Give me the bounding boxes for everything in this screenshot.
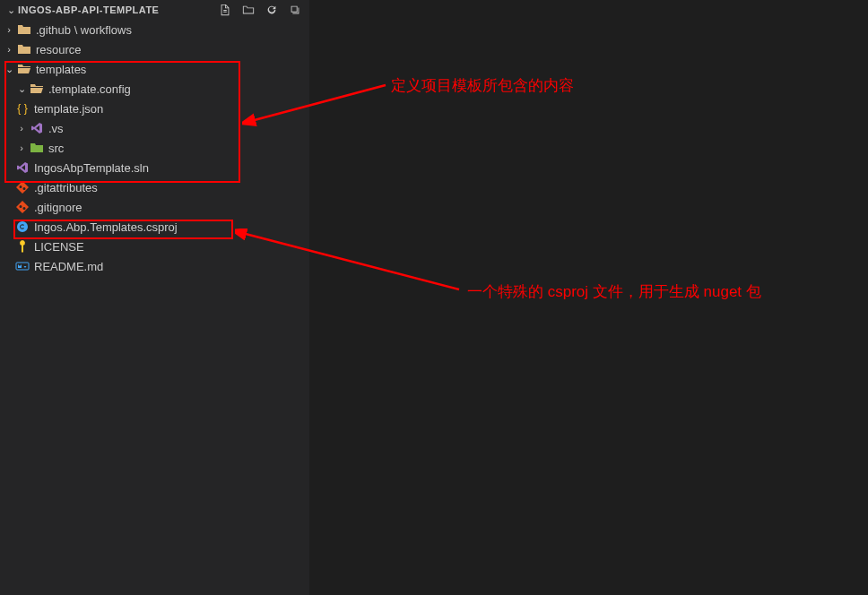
collapse-all-icon[interactable] bbox=[288, 3, 302, 17]
refresh-icon[interactable] bbox=[265, 3, 279, 17]
file-explorer-sidebar: ⌄ INGOS-ABP-API-TEMPLATE › .github \ wor bbox=[0, 0, 309, 595]
tree-label: .gitattributes bbox=[34, 181, 98, 194]
tree-label: .template.config bbox=[48, 82, 131, 96]
tree-label: LICENSE bbox=[34, 240, 84, 254]
tree-file-gitignore[interactable]: .gitignore bbox=[0, 197, 309, 217]
tree-label: IngosAbpTemplate.sln bbox=[34, 161, 149, 175]
tree-file-readme[interactable]: README.md bbox=[0, 256, 309, 276]
tree-folder-vs[interactable]: › .vs bbox=[0, 118, 309, 138]
folder-src-icon bbox=[29, 140, 45, 156]
explorer-title-row[interactable]: ⌄ INGOS-ABP-API-TEMPLATE bbox=[4, 4, 218, 16]
explorer-header: ⌄ INGOS-ABP-API-TEMPLATE bbox=[0, 0, 309, 20]
tree-folder-templates[interactable]: ⌄ templates bbox=[0, 59, 309, 79]
license-icon bbox=[14, 238, 30, 254]
annotation-text-1: 定义项目模板所包含的内容 bbox=[391, 75, 574, 96]
tree-file-csproj[interactable]: Ingos.Abp.Templates.csproj bbox=[0, 217, 309, 237]
new-file-icon[interactable] bbox=[218, 3, 232, 17]
header-actions bbox=[218, 3, 302, 17]
json-icon: { } bbox=[14, 100, 30, 116]
git-icon bbox=[14, 179, 30, 195]
chevron-down-icon: ⌄ bbox=[4, 4, 18, 16]
folder-open-icon bbox=[16, 61, 32, 77]
folder-icon bbox=[16, 22, 32, 38]
chevron-right-icon: › bbox=[14, 142, 29, 153]
tree-label: README.md bbox=[34, 260, 103, 273]
tree-label: .github \ workflows bbox=[36, 23, 132, 37]
chevron-right-icon: › bbox=[2, 44, 16, 55]
sln-icon bbox=[14, 160, 30, 176]
annotation-text-2: 一个特殊的 csproj 文件，用于生成 nuget 包 bbox=[467, 280, 761, 304]
project-title: INGOS-ABP-API-TEMPLATE bbox=[18, 4, 159, 15]
tree-file-sln[interactable]: IngosAbpTemplate.sln bbox=[0, 158, 309, 177]
git-icon bbox=[14, 199, 30, 215]
tree-folder-template-config[interactable]: ⌄ .template.config bbox=[0, 79, 309, 99]
tree-folder-src[interactable]: › src bbox=[0, 138, 309, 158]
new-folder-icon[interactable] bbox=[241, 3, 256, 17]
markdown-icon bbox=[14, 258, 30, 274]
tree-label: .vs bbox=[48, 122, 64, 135]
vs-folder-icon bbox=[29, 120, 45, 136]
tree-label: resource bbox=[36, 43, 82, 56]
file-tree: › .github \ workflows › resource ⌄ templ… bbox=[0, 20, 309, 276]
tree-folder-resource[interactable]: › resource bbox=[0, 39, 309, 59]
folder-icon bbox=[16, 41, 32, 57]
chevron-down-icon: ⌄ bbox=[2, 64, 16, 75]
tree-label: template.json bbox=[34, 102, 103, 116]
tree-label: .gitignore bbox=[34, 201, 82, 214]
chevron-right-icon: › bbox=[2, 24, 16, 35]
tree-label: templates bbox=[36, 63, 86, 76]
chevron-down-icon: ⌄ bbox=[14, 83, 29, 95]
tree-label: src bbox=[48, 142, 64, 155]
tree-file-template-json[interactable]: { } template.json bbox=[0, 99, 309, 118]
tree-folder-github-workflows[interactable]: › .github \ workflows bbox=[0, 20, 309, 39]
folder-open-icon bbox=[29, 81, 45, 97]
tree-file-gitattributes[interactable]: .gitattributes bbox=[0, 177, 309, 197]
tree-file-license[interactable]: LICENSE bbox=[0, 237, 309, 256]
tree-label: Ingos.Abp.Templates.csproj bbox=[34, 220, 178, 234]
csproj-icon bbox=[14, 219, 30, 235]
chevron-right-icon: › bbox=[14, 123, 29, 134]
